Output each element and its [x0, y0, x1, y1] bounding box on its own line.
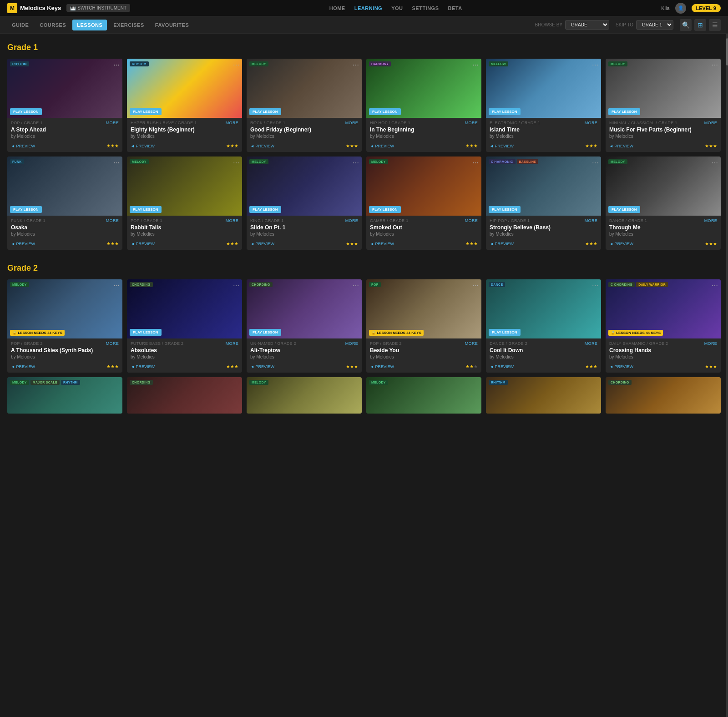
preview-btn[interactable]: ◄ PREVIEW	[490, 144, 514, 148]
lesson-card[interactable]: RHYTHM PLAY LESSON ⋯ HYPER RUSH / RAVE /…	[127, 59, 242, 152]
search-button[interactable]: 🔍	[680, 19, 692, 31]
switch-instrument-button[interactable]: 🎹 SWITCH INSTRUMENT	[66, 4, 130, 12]
preview-btn[interactable]: ◄ PREVIEW	[11, 364, 35, 369]
grade-skip-select[interactable]: GRADE 1 GRADE 2 GRADE 3	[636, 20, 673, 30]
nav-settings[interactable]: SETTINGS	[412, 5, 439, 11]
lesson-card[interactable]: MELODY PLAY LESSON ⋯ GAMER / GRADE 1 MOR…	[366, 157, 481, 250]
more-icon[interactable]: ⋯	[233, 61, 239, 69]
star-rating: ★★★	[226, 241, 238, 246]
play-lesson-btn[interactable]: PLAY LESSON	[489, 206, 521, 213]
grid-view-button[interactable]: ⊞	[694, 19, 706, 31]
preview-btn[interactable]: ◄ PREVIEW	[11, 144, 35, 148]
more-icon[interactable]: ⋯	[113, 61, 120, 69]
lesson-card[interactable]: MELLOW PLAY LESSON ⋯ ELECTRONIC / GRADE …	[486, 59, 601, 152]
list-view-button[interactable]: ☰	[709, 19, 721, 31]
preview-btn[interactable]: ◄ PREVIEW	[250, 144, 274, 148]
preview-btn[interactable]: ◄ PREVIEW	[131, 364, 155, 369]
preview-btn[interactable]: ◄ PREVIEW	[609, 242, 633, 246]
lesson-card[interactable]: MELODY PLAY LESSON ⋯ ROCK / GRADE 1 MORE…	[247, 59, 362, 152]
preview-btn[interactable]: ◄ PREVIEW	[250, 242, 274, 246]
more-icon[interactable]: ⋯	[712, 282, 718, 289]
play-lesson-btn[interactable]: PLAY LESSON	[130, 206, 162, 213]
play-lesson-btn[interactable]: PLAY LESSON	[489, 108, 521, 115]
nav-you[interactable]: YOU	[391, 5, 403, 11]
more-icon[interactable]: ⋯	[113, 159, 120, 167]
play-lesson-btn[interactable]: PLAY LESSON	[369, 108, 401, 115]
lesson-card[interactable]: RHYTHM PLAY LESSON ⋯ POP / GRADE 1 MORE …	[7, 59, 122, 152]
play-lesson-btn[interactable]: PLAY LESSON	[489, 329, 521, 336]
more-icon[interactable]: ⋯	[592, 282, 598, 289]
nav-home[interactable]: HOME	[329, 5, 345, 11]
card-image: CHORDING	[127, 377, 242, 414]
play-lesson-btn[interactable]: PLAY LESSON	[608, 108, 640, 115]
lesson-card[interactable]: HARMONY PLAY LESSON ⋯ HIP HOP / GRADE 1 …	[366, 59, 481, 152]
play-lesson-btn[interactable]: PLAY LESSON	[249, 206, 281, 213]
play-lesson-btn[interactable]: PLAY LESSON	[369, 206, 401, 213]
preview-btn[interactable]: ◄ PREVIEW	[370, 364, 394, 369]
more-icon[interactable]: ⋯	[353, 61, 359, 69]
lesson-card[interactable]: CHORDING PLAY LESSON ⋯ UN-NAMED / GRADE …	[247, 279, 362, 373]
lesson-card[interactable]: CHORDING	[127, 377, 242, 414]
scrollbar-thumb[interactable]	[726, 38, 728, 66]
lesson-card[interactable]: MELODY	[247, 377, 362, 414]
subnav-exercises[interactable]: EXERCISES	[109, 20, 148, 30]
lesson-card[interactable]: POP 🔒 LESSON NEEDS 44 KEYS ⋯ POP / GRADE…	[366, 279, 481, 373]
more-icon[interactable]: ⋯	[592, 61, 598, 69]
preview-btn[interactable]: ◄ PREVIEW	[609, 364, 633, 369]
subnav-guide[interactable]: GUIDE	[7, 20, 33, 30]
lesson-card-crossing-hands[interactable]: C CHORDING DAILY WARRIOR 🔒 LESSON NEEDS …	[606, 279, 721, 373]
subnav-favourites[interactable]: FAVOURITES	[151, 20, 193, 30]
lesson-card[interactable]: C HARMONIC BASSLINE PLAY LESSON ⋯ HIP PO…	[486, 157, 601, 250]
badge-chording: MAJOR SCALE	[30, 380, 60, 385]
preview-btn[interactable]: ◄ PREVIEW	[131, 144, 155, 148]
lesson-card[interactable]: CHORDING PLAY LESSON ⋯ FUTURE BASS / GRA…	[127, 279, 242, 373]
lesson-card-through-me[interactable]: MELODY PLAY LESSON ⋯ DANCE / GRADE 1 MOR…	[606, 157, 721, 250]
preview-btn[interactable]: ◄ PREVIEW	[370, 242, 394, 246]
more-icon[interactable]: ⋯	[113, 282, 120, 289]
preview-btn[interactable]: ◄ PREVIEW	[490, 242, 514, 246]
more-icon[interactable]: ⋯	[353, 159, 359, 167]
nav-beta[interactable]: BETA	[448, 5, 462, 11]
card-body: FUNK / GRADE 1 MORE Osaka by Melodics ◄ …	[7, 216, 122, 250]
lesson-card[interactable]: MELODY MAJOR SCALE RHYTHM	[7, 377, 122, 414]
more-icon[interactable]: ⋯	[592, 159, 598, 167]
grade-filter-select[interactable]: GRADE STYLE TECHNIQUE	[565, 20, 609, 30]
subnav-lessons[interactable]: LESSONS	[72, 20, 107, 30]
lesson-card[interactable]: DANCE PLAY LESSON ⋯ DANCE / GRADE 2 MORE…	[486, 279, 601, 373]
lesson-card[interactable]: MELODY PLAY LESSON ⋯ KING / GRADE 1 MORE…	[247, 157, 362, 250]
avatar[interactable]: 👤	[675, 3, 686, 14]
preview-btn[interactable]: ◄ PREVIEW	[370, 144, 394, 148]
more-icon[interactable]: ⋯	[472, 282, 479, 289]
lesson-card[interactable]: CHORDING	[606, 377, 721, 414]
lesson-card[interactable]: MELODY PLAY LESSON ⋯ POP / GRADE 1 MORE …	[127, 157, 242, 250]
preview-btn[interactable]: ◄ PREVIEW	[131, 242, 155, 246]
play-lesson-btn[interactable]: PLAY LESSON	[130, 329, 162, 336]
level-badge: LEVEL 9	[692, 4, 721, 12]
more-icon[interactable]: ⋯	[712, 159, 718, 167]
more-icon[interactable]: ⋯	[472, 159, 479, 167]
lesson-card[interactable]: FUNK PLAY LESSON ⋯ FUNK / GRADE 1 MORE O…	[7, 157, 122, 250]
more-icon[interactable]: ⋯	[233, 282, 239, 289]
more-icon[interactable]: ⋯	[353, 282, 359, 289]
scrollbar[interactable]	[726, 34, 728, 436]
subnav-courses[interactable]: COURSES	[35, 20, 71, 30]
more-icon[interactable]: ⋯	[472, 61, 479, 69]
play-lesson-btn[interactable]: PLAY LESSON	[10, 108, 42, 115]
play-lesson-btn[interactable]: PLAY LESSON	[130, 108, 162, 115]
play-lesson-btn[interactable]: PLAY LESSON	[249, 329, 281, 336]
requires-badge: 🔒 LESSON NEEDS 44 KEYS	[369, 330, 424, 336]
nav-learning[interactable]: LEARNING	[354, 5, 382, 11]
preview-btn[interactable]: ◄ PREVIEW	[609, 144, 633, 148]
preview-btn[interactable]: ◄ PREVIEW	[490, 364, 514, 369]
preview-btn[interactable]: ◄ PREVIEW	[250, 364, 274, 369]
more-icon[interactable]: ⋯	[712, 61, 718, 69]
preview-btn[interactable]: ◄ PREVIEW	[11, 242, 35, 246]
play-lesson-btn[interactable]: PLAY LESSON	[10, 206, 42, 213]
lesson-card[interactable]: MELODY PLAY LESSON ⋯ MINIMAL / CLASSICAL…	[606, 59, 721, 152]
more-icon[interactable]: ⋯	[233, 159, 239, 167]
lesson-card[interactable]: MELODY 🔒 LESSON NEEDS 44 KEYS ⋯ POP / GR…	[7, 279, 122, 373]
lesson-card[interactable]: RHYTHM	[486, 377, 601, 414]
play-lesson-btn[interactable]: PLAY LESSON	[608, 206, 640, 213]
lesson-card[interactable]: MELODY	[366, 377, 481, 414]
play-lesson-btn[interactable]: PLAY LESSON	[249, 108, 281, 115]
